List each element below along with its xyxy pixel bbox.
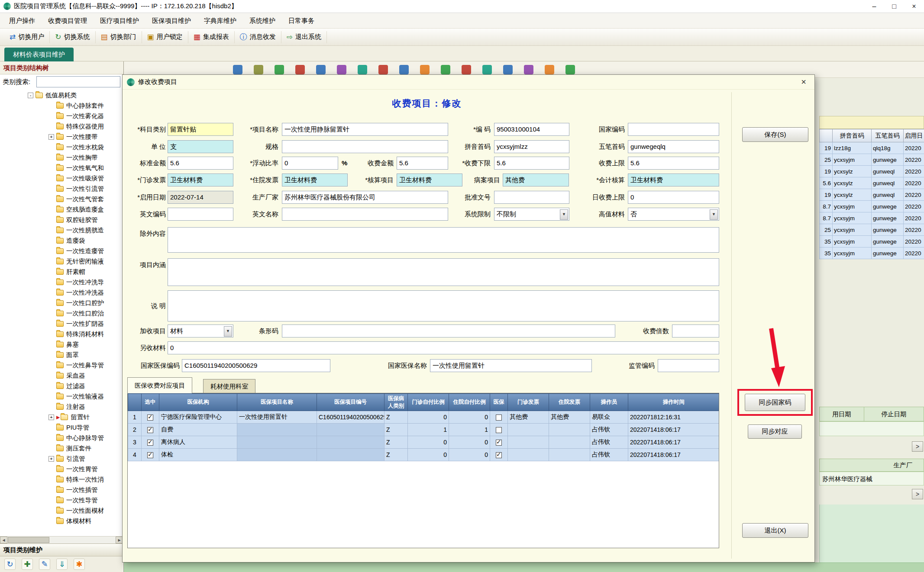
scroll-left-icon[interactable]: ◀ <box>0 537 7 543</box>
menu-item[interactable]: 用户操作 <box>3 13 42 29</box>
child-toolbar-icon[interactable] <box>254 65 263 74</box>
high-value-dropdown[interactable]: 否 <box>628 208 719 221</box>
tab-insurance-mapping[interactable]: 医保收费对应项目 <box>127 377 192 393</box>
tree-item[interactable]: 特殊消耗材料 <box>0 329 123 339</box>
tree-item[interactable]: 一次性口腔护 <box>0 298 123 308</box>
child-toolbar-icon[interactable] <box>316 65 326 74</box>
save-button[interactable]: 保存(S) <box>742 127 808 142</box>
tree-item[interactable]: 中心静脉套件 <box>0 100 123 111</box>
tree-horizontal-scrollbar[interactable]: ◀ ▶ <box>0 536 123 543</box>
tree-item[interactable]: 一次性吸痰管 <box>0 173 123 183</box>
tree-item[interactable]: 空残肠造瘘盒 <box>0 204 123 215</box>
col-outpatient-invoice[interactable]: 门诊发票 <box>508 394 549 411</box>
charge-lower-field[interactable]: 5.6 <box>494 157 569 170</box>
tree-item[interactable]: 一次性输液器 <box>0 391 123 402</box>
col-inpatient-ratio[interactable]: 住院自付比例 <box>449 394 490 411</box>
enable-date-field[interactable]: 2022-07-14 <box>168 191 233 204</box>
toolbar-button[interactable]: ↻ 切换系统 <box>50 31 95 43</box>
child-toolbar-icon[interactable] <box>503 65 513 74</box>
tree-item[interactable]: + 一次性腰带 <box>0 132 123 142</box>
tree-item[interactable]: - 低值易耗类 <box>0 90 123 100</box>
insurance-row[interactable]: 4 体检 Z 0 0 占伟钦 2022071418:06:17 <box>128 449 720 461</box>
sync-mapping-button[interactable]: 同步对应 <box>748 424 802 439</box>
bg-col-pinyin[interactable]: 拼音首码 <box>833 129 872 142</box>
insurance-row[interactable]: 1 宁德医疗保险管理中心 一次性使用留置针 C16050119402005006… <box>128 411 720 424</box>
selected-checkbox[interactable] <box>147 415 153 421</box>
tree-item[interactable]: 鼻塞 <box>0 339 123 350</box>
scrollbar-thumb[interactable] <box>8 537 49 543</box>
system-limit-dropdown[interactable]: 不限制 <box>494 208 569 221</box>
tab-material-price-maintenance[interactable]: 材料价表项目维护 <box>4 48 74 61</box>
child-toolbar-icon[interactable] <box>378 65 388 74</box>
tree-item[interactable]: 无针密闭输液 <box>0 256 123 267</box>
exit-button[interactable]: 退出(X) <box>742 523 808 538</box>
child-toolbar-icon[interactable] <box>482 65 492 74</box>
tree-item[interactable]: PIU导管 <box>0 422 123 433</box>
category-tool-icon[interactable]: ✚ <box>22 559 33 570</box>
daily-upper-field[interactable]: 0 <box>628 191 719 204</box>
col-insurance-org[interactable]: 医保机构 <box>159 394 237 411</box>
tree-item[interactable]: 一次性胃管 <box>0 464 123 474</box>
tree-expander-icon[interactable]: - <box>28 93 33 98</box>
national-code-field[interactable] <box>628 123 719 136</box>
col-insurance-item-name[interactable]: 医保项目名称 <box>237 394 317 411</box>
tree-item[interactable]: 一次性氧气和 <box>0 163 123 173</box>
insured-checkbox[interactable] <box>496 427 502 433</box>
tree-item[interactable]: 一次性膀胱造 <box>0 225 123 235</box>
tree-item[interactable]: 一次性冲洗器 <box>0 287 123 298</box>
tree-item[interactable]: 肝素帽 <box>0 267 123 277</box>
child-toolbar-icon[interactable] <box>462 65 471 74</box>
tree-item[interactable]: 一次性引流管 <box>0 183 123 194</box>
multiple-field[interactable] <box>672 325 719 337</box>
category-tool-icon[interactable]: ↻ <box>4 559 16 570</box>
child-toolbar-icon[interactable] <box>545 65 554 74</box>
barcode-field[interactable] <box>282 325 615 337</box>
toolbar-button[interactable]: ⇨ 退出系统 <box>281 31 327 43</box>
wubi-field[interactable]: gunwegeqlq <box>628 140 719 153</box>
insurance-row[interactable]: 2 自费 Z 1 1 占伟钦 2022071418:06:17 <box>128 424 720 436</box>
col-outpatient-ratio[interactable]: 门诊自付比例 <box>408 394 449 411</box>
tree-item[interactable]: 一次性扩阴器 <box>0 318 123 329</box>
col-selected[interactable]: 选中 <box>142 394 159 411</box>
exclusion-textarea[interactable] <box>168 227 719 253</box>
child-toolbar-icon[interactable] <box>399 65 409 74</box>
outpatient-invoice-field[interactable]: 卫生材料费 <box>168 174 233 186</box>
tree-item[interactable]: 采血器 <box>0 370 123 381</box>
child-toolbar-icon[interactable] <box>441 65 450 74</box>
tree-item[interactable]: 双腔硅胶管 <box>0 215 123 225</box>
dialog-close-icon[interactable]: × <box>797 77 810 88</box>
national-insurance-name-field[interactable]: 一次性使用留置针 <box>430 359 592 372</box>
child-toolbar-icon[interactable] <box>565 65 575 74</box>
toolbar-button[interactable]: ▣ 用户锁定 <box>142 31 188 43</box>
tree-item[interactable]: 一次性雾化器 <box>0 111 123 121</box>
col-insurance-item-code[interactable]: 医保项目编号 <box>317 394 384 411</box>
child-toolbar-icon[interactable] <box>420 65 430 74</box>
toolbar-button[interactable]: ▤ 切换部门 <box>96 31 142 43</box>
code-field[interactable]: 950031000104 <box>494 123 569 136</box>
bg-col-wubi[interactable]: 五笔首码 <box>872 129 904 142</box>
tree-item[interactable]: 测压套件 <box>0 443 123 453</box>
accounting-check-field[interactable]: 卫生材料费 <box>628 174 719 186</box>
col-inpatient-invoice[interactable]: 住院发票 <box>549 394 590 411</box>
tree-expander-icon[interactable]: + <box>48 134 54 140</box>
tree-item[interactable]: 一次性导管 <box>0 495 123 505</box>
insured-checkbox[interactable] <box>496 452 502 458</box>
note-textarea[interactable] <box>168 290 719 321</box>
close-button[interactable]: × <box>904 0 924 13</box>
menu-item[interactable]: 日常事务 <box>282 13 321 29</box>
selected-checkbox[interactable] <box>147 452 153 458</box>
tree-item[interactable]: 体模材料 <box>0 516 123 526</box>
national-insurance-code-field[interactable]: C1605011940200500629 <box>182 359 330 372</box>
extra-material-field[interactable]: 0 <box>168 341 719 354</box>
bg-table-row[interactable]: 19 ycxsylz gunweql 20220 <box>820 166 924 177</box>
item-name-field[interactable]: 一次性使用静脉留置针 <box>282 123 448 136</box>
english-code-field[interactable] <box>168 208 233 221</box>
surcharge-dropdown[interactable]: 材料 <box>168 325 233 337</box>
accounting-item-field[interactable]: 卫生材料费 <box>397 174 462 186</box>
bg-table-row[interactable]: 5.6 ycxsylz gunweql 20220 <box>820 177 924 189</box>
category-tool-icon[interactable]: ✱ <box>74 559 85 570</box>
tree-item[interactable]: 一次性口腔治 <box>0 308 123 318</box>
menu-item[interactable]: 医疗项目维护 <box>94 13 145 29</box>
tree-item[interactable]: 一次性水枕袋 <box>0 142 123 152</box>
bg-table-row[interactable]: 8.7 ycxsyjm gunwege 20220 <box>820 212 924 224</box>
